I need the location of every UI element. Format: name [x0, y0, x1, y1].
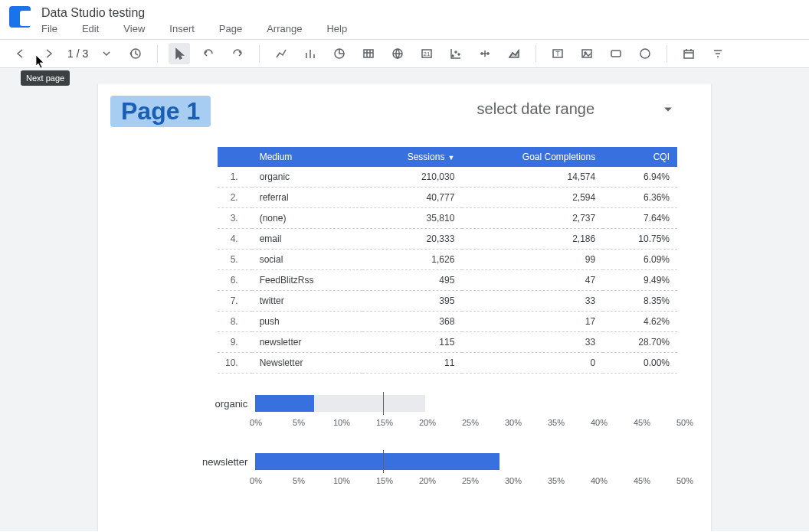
menu-arrange[interactable]: Arrange	[267, 23, 302, 34]
axis-tick: 15%	[376, 476, 393, 485]
chevron-down-icon	[663, 105, 673, 114]
page-dropdown-icon[interactable]	[96, 43, 117, 64]
page-title[interactable]: Page 1	[110, 96, 211, 127]
cell-sessions: 11	[362, 353, 462, 374]
toolbar-separator	[157, 45, 158, 62]
data-table[interactable]: MediumSessions▼Goal CompletionsCQI 1.org…	[218, 147, 677, 374]
cell-medium: newsletter	[252, 332, 363, 353]
axis-tick: 5%	[293, 418, 305, 427]
cell-sessions: 395	[362, 291, 462, 312]
cell-n: 9.	[218, 332, 252, 353]
menu-help[interactable]: Help	[326, 23, 347, 34]
axis-tick: 30%	[505, 476, 522, 485]
axis-tick: 5%	[293, 476, 305, 485]
pie-chart-icon[interactable]	[329, 43, 350, 64]
x-axis: 0%5%10%15%20%25%30%35%40%45%50%	[256, 418, 685, 432]
bar-chart[interactable]: organic0%5%10%15%20%25%30%35%40%45%50%	[187, 392, 680, 432]
cell-cqi: 4.62%	[603, 312, 677, 332]
cell-sessions: 368	[362, 312, 462, 332]
canvas[interactable]: Page 1 select date range MediumSessions▼…	[0, 68, 809, 531]
cell-sessions: 40,777	[362, 188, 462, 208]
col-header[interactable]: Goal Completions	[462, 147, 603, 167]
cell-goals: 2,186	[462, 229, 603, 250]
cell-cqi: 9.49%	[603, 270, 677, 291]
col-header[interactable]: Sessions▼	[362, 147, 462, 167]
cell-goals: 47	[462, 270, 603, 291]
cell-n: 5.	[218, 250, 252, 270]
cell-n: 2.	[218, 188, 252, 208]
line-chart-icon[interactable]	[270, 43, 292, 64]
axis-tick: 25%	[462, 476, 479, 485]
menu-edit[interactable]: Edit	[82, 23, 99, 34]
date-range-control[interactable]: select date range	[477, 100, 673, 118]
svg-rect-15	[684, 51, 693, 58]
cell-medium: (none)	[252, 208, 363, 229]
table-row[interactable]: 10.Newsletter1100.00%	[218, 353, 677, 374]
image-icon[interactable]	[576, 43, 598, 64]
table-row[interactable]: 6.FeedBlitzRss495479.49%	[218, 270, 677, 291]
redo-icon[interactable]	[227, 43, 248, 64]
table-row[interactable]: 8.push368174.62%	[218, 312, 677, 332]
axis-tick: 15%	[376, 418, 393, 427]
cell-cqi: 10.75%	[603, 229, 677, 250]
bar-chart-icon[interactable]	[300, 43, 321, 64]
menu-bar: FileEditViewInsertPageArrangeHelp	[41, 23, 800, 34]
axis-tick: 35%	[548, 418, 565, 427]
prev-page-icon[interactable]	[9, 43, 31, 64]
col-header[interactable]: Medium	[252, 147, 363, 167]
table-row[interactable]: 5.social1,626996.09%	[218, 250, 677, 270]
cell-n: 10.	[218, 353, 252, 374]
bullet-icon[interactable]	[474, 43, 496, 64]
bar-track	[255, 453, 680, 470]
scorecard-icon[interactable]: 21	[416, 43, 437, 64]
page-counter[interactable]: 1 / 3	[67, 47, 88, 60]
area-chart-icon[interactable]	[503, 43, 525, 64]
cell-goals: 17	[462, 312, 603, 332]
svg-rect-2	[364, 50, 373, 57]
axis-tick: 20%	[419, 476, 436, 485]
pointer-icon[interactable]	[169, 43, 190, 64]
col-header[interactable]	[218, 147, 252, 167]
axis-tick: 40%	[591, 418, 608, 427]
globe-icon[interactable]	[387, 43, 408, 64]
menu-view[interactable]: View	[123, 23, 145, 34]
axis-tick: 10%	[333, 418, 350, 427]
circle-icon[interactable]	[634, 43, 656, 64]
cell-medium: twitter	[252, 291, 363, 312]
bar-chart[interactable]: newsletter0%5%10%15%20%25%30%35%40%45%50…	[187, 450, 680, 490]
undo-icon[interactable]	[198, 43, 219, 64]
svg-point-7	[455, 51, 457, 53]
table-row[interactable]: 7.twitter395338.35%	[218, 291, 677, 312]
table-row[interactable]: 1.organic210,03014,5746.94%	[218, 167, 677, 188]
next-page-icon[interactable]	[38, 43, 60, 64]
report-page[interactable]: Page 1 select date range MediumSessions▼…	[98, 83, 711, 531]
app-logo[interactable]	[9, 6, 31, 28]
menu-page[interactable]: Page	[219, 23, 242, 34]
menu-insert[interactable]: Insert	[169, 23, 195, 34]
cell-goals: 14,574	[462, 167, 603, 188]
cell-n: 3.	[218, 208, 252, 229]
text-icon[interactable]: T	[547, 43, 568, 64]
bar-fill	[255, 395, 314, 412]
col-header[interactable]: CQI	[603, 147, 677, 167]
history-icon[interactable]	[125, 43, 146, 64]
doc-title[interactable]: Data Studio testing	[41, 6, 800, 20]
axis-tick: 20%	[419, 418, 436, 427]
toolbar-separator	[536, 45, 536, 62]
cell-goals: 0	[462, 353, 603, 374]
table-row[interactable]: 2.referral40,7772,5946.36%	[218, 188, 677, 208]
toolbar-separator	[667, 45, 667, 62]
date-range-label: select date range	[477, 100, 594, 118]
date-range-icon[interactable]	[678, 43, 699, 64]
table-row[interactable]: 4.email20,3332,18610.75%	[218, 229, 677, 250]
menu-file[interactable]: File	[41, 23, 57, 34]
rectangle-icon[interactable]	[605, 43, 627, 64]
marker-line	[383, 450, 384, 473]
table-row[interactable]: 9.newsletter1153328.70%	[218, 332, 677, 353]
table-row[interactable]: 3.(none)35,8102,7377.64%	[218, 208, 677, 229]
marker-line	[383, 392, 384, 415]
cell-medium: Newsletter	[252, 353, 363, 374]
scatter-icon[interactable]	[445, 43, 467, 64]
table-icon[interactable]	[358, 43, 379, 64]
filter-icon[interactable]	[707, 43, 729, 64]
